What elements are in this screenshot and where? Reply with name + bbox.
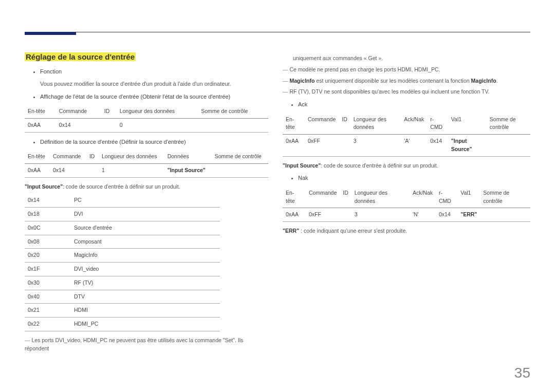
th: Ack/Nak: [410, 186, 436, 208]
table-row: 0x08Composant: [25, 235, 220, 249]
table-row: 0x14PC: [25, 194, 220, 207]
err-definition: "ERR" : code indiquant qu'une erreur s'e…: [283, 227, 530, 235]
table-set-source: En-tête Commande ID Longueur des données…: [25, 150, 268, 178]
bullet-ack: Ack: [298, 100, 530, 109]
table-row: 0x22HDMI_PC: [25, 318, 220, 331]
table-row: 0x21HDMI: [25, 304, 220, 318]
table-row: 0xAA 0x14 1 "Input Source": [25, 163, 268, 177]
th: Commande: [50, 150, 86, 163]
note-magicinfo: MagicInfo est uniquement disponible sur …: [283, 77, 530, 85]
note-rf: RF (TV), DTV ne sont disponibles qu'avec…: [283, 88, 530, 96]
note-get-only: uniquement aux commandes « Get ».: [293, 54, 530, 63]
th: Longueur des données: [117, 105, 198, 118]
table-source-codes: 0x14PC 0x18DVI 0x0CSource d'entrée 0x08C…: [25, 194, 220, 331]
note-model: Ce modèle ne prend pas en charge les por…: [283, 66, 530, 74]
table-row: 0x18DVI: [25, 208, 220, 221]
table-row: 0x0CSource d'entrée: [25, 221, 220, 235]
th: Somme de contrôle: [212, 150, 268, 163]
th: r-CMD: [436, 186, 457, 208]
table-row: 0xAA 0xFF 3 'A' 0x14 "Input Source": [283, 135, 530, 157]
table-row: 0xAA 0xFF 3 'N' 0x14 "ERR": [283, 208, 530, 222]
th: En-tête: [25, 105, 56, 118]
th: Somme de contrôle: [487, 113, 530, 135]
th: En-tête: [283, 113, 305, 135]
page-number: 35: [514, 362, 530, 384]
th: ID: [101, 105, 117, 118]
table-row: 0x40DTV: [25, 290, 220, 304]
th: Commande: [56, 105, 101, 118]
th: ID: [339, 113, 350, 135]
th: Longueur des données: [99, 150, 164, 163]
table-row: 0x1FDVI_video: [25, 263, 220, 276]
th: Ack/Nak: [401, 113, 427, 135]
bullet-definition: Définition de la source d'entrée (Défini…: [40, 138, 268, 146]
th: Commande: [306, 186, 340, 208]
table-nak: En-tête Commande ID Longueur des données…: [283, 186, 530, 222]
th: En-tête: [283, 186, 306, 208]
bullet-fonction: Fonction: [40, 67, 268, 76]
note-ports: Les ports DVI_video, HDMI_PC ne peuvent …: [25, 337, 268, 353]
th: Somme de contrôle: [198, 105, 268, 118]
th: Longueur des données: [351, 186, 410, 208]
th: Val1: [448, 113, 487, 135]
th: Longueur des données: [350, 113, 401, 135]
table-ack: En-tête Commande ID Longueur des données…: [283, 113, 530, 157]
th: Somme de contrôle: [480, 186, 530, 208]
th: Val1: [457, 186, 480, 208]
th: r-CMD: [427, 113, 448, 135]
section-heading: Réglage de la source d'entrée: [25, 52, 136, 61]
inputsource-definition-2: "Input Source": code de source d'entrée …: [283, 162, 530, 170]
table-row: 0xAA 0x14 0: [25, 118, 268, 132]
th: Données: [164, 150, 212, 163]
th: En-tête: [25, 150, 50, 163]
th: ID: [86, 150, 99, 163]
table-row: 0x30RF (TV): [25, 276, 220, 290]
th: Commande: [305, 113, 339, 135]
inputsource-definition: "Input Source": code de source d'entrée …: [25, 183, 268, 191]
table-row: 0x20MagicInfo: [25, 249, 220, 263]
bullet-affichage: Affichage de l'état de la source d'entré…: [40, 92, 268, 101]
fonction-desc: Vous pouvez modifier la source d'entrée …: [40, 80, 268, 88]
th: ID: [340, 186, 351, 208]
bullet-nak: Nak: [298, 174, 530, 182]
table-get-status: En-tête Commande ID Longueur des données…: [25, 105, 268, 133]
